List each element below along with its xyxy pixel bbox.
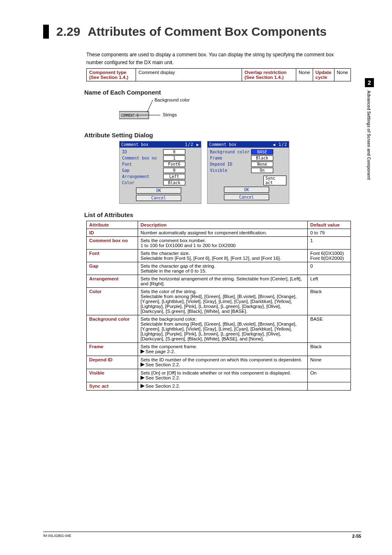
table-row: Comment box noSets the comment box numbe… (87, 237, 351, 250)
attribute-dialog-2: Comment box ◀ 1/2 Background colorBASEFr… (207, 141, 289, 204)
attr-desc-cell: Sets the background color.Selectable fro… (138, 315, 308, 343)
intro-paragraph: These components are used to display a c… (86, 51, 351, 67)
desc-line: Sets the horizontal arrangement of the s… (141, 276, 305, 286)
dialog2-cancel-button[interactable]: Cancel (224, 194, 269, 200)
dialog2-ok-button[interactable]: OK (224, 187, 269, 193)
dialog-field-label: Arrangement (122, 174, 163, 179)
dialog-row: Depend IDNone (210, 162, 286, 167)
attr-default-cell: Font 6(DX1000) Font 8(DX2000) (308, 250, 351, 262)
see-reference: See Section 2.2. (141, 375, 180, 380)
desc-line: Sets the character gap of the string. (141, 264, 305, 268)
attr-desc-cell: Sets the horizontal arrangement of the s… (138, 275, 308, 288)
desc-line: 1 to 100 for DX1000 and 1 to 200 for DX2… (141, 243, 305, 248)
overlap-restriction-label: Overlap restriction (244, 70, 286, 75)
dialog-field-value[interactable]: Font6 (163, 162, 185, 167)
attr-default-cell: None (308, 356, 351, 369)
attr-desc-cell: Sets the comment box number.1 to 100 for… (138, 237, 308, 250)
dialog-field-label: ID (122, 150, 163, 154)
dialog2-sync-act-button[interactable]: Sync act (263, 176, 286, 185)
dialog-field-label: Depend ID (210, 162, 251, 166)
attr-name-cell: Font (87, 250, 138, 262)
desc-line: Sets the color of the string. (141, 289, 305, 294)
attr-col-name: Attribute (87, 221, 138, 229)
component-type-see: (See Section 1.4.) (89, 75, 128, 80)
dialog-row: Background colorBASE (210, 149, 286, 155)
table-row: Depend IDSets the ID number of the compo… (87, 356, 351, 369)
side-tab-text: Advanced Settings of Screen and Componen… (367, 90, 371, 180)
desc-line: Sets [On] or [Off] to indicate whether o… (141, 370, 305, 375)
attr-desc-cell: Sets [On] or [Off] to indicate whether o… (138, 369, 308, 382)
attr-name-cell: Arrangement (87, 275, 138, 288)
dialog-field-label: Visible (210, 168, 251, 173)
chapter-badge: 2 (365, 78, 374, 87)
dialog1-cancel-button[interactable]: Cancel (136, 195, 181, 201)
attr-col-desc: Description (138, 221, 308, 229)
desc-line: Selectable from [Font 5], [Font 6], [Fon… (141, 256, 305, 261)
dialog-field-value[interactable]: Left (163, 174, 185, 179)
svg-marker-6 (141, 384, 145, 388)
table-row: Background colorSets the background colo… (87, 315, 351, 343)
attribute-setting-dialog-heading: Attribute Setting Dialog (84, 132, 351, 139)
dialog-field-value[interactable]: BASE (251, 149, 273, 155)
attr-name-cell: Gap (87, 262, 138, 275)
attr-default-cell: Left (308, 275, 351, 288)
attr-name-cell: Background color (87, 315, 138, 343)
table-row: ArrangementSets the horizontal arrangeme… (87, 275, 351, 288)
table-row: FrameSets the component frame.See page 2… (87, 343, 351, 356)
see-reference: See Section 2.2. (141, 384, 180, 388)
name-of-each-component-heading: Name of Each Component (84, 89, 351, 96)
dialog-field-label: Background color (210, 150, 251, 154)
attributes-table: Attribute Description Default value IDNu… (86, 221, 351, 391)
component-type-label: Component type (89, 70, 127, 75)
dialog-field-label: Gap (122, 168, 163, 173)
desc-line: Sets the comment box number. (141, 238, 305, 243)
dialog-row: ColorBlack (122, 180, 198, 185)
desc-line: Sets the component frame. (141, 344, 305, 349)
footer-doc-code: IM 04L41B01-04E (43, 534, 71, 539)
attr-desc-cell: Sets the character gap of the string.Set… (138, 262, 308, 275)
attr-default-cell (308, 382, 351, 391)
dialog2-pager[interactable]: ◀ 1/2 (273, 142, 287, 147)
dialog-field-value[interactable]: 0 (163, 168, 185, 173)
attr-desc-cell: Number automatically assigned for compon… (138, 229, 308, 237)
dialog1-title: Comment box (121, 142, 148, 147)
dialog-field-value[interactable]: Black (251, 155, 273, 161)
dialog-row: ArrangementLeft (122, 174, 198, 179)
dialog-row: FrameBlack (210, 155, 286, 161)
table-row: FontSets the character size.Selectable f… (87, 250, 351, 262)
dialog-field-value[interactable]: None (251, 162, 273, 167)
svg-line-1 (147, 100, 153, 112)
dialog1-pager[interactable]: 1/2 ▶ (185, 142, 199, 147)
attr-name-cell: Comment box no (87, 237, 138, 250)
heading-bar (43, 25, 49, 39)
attr-name-cell: ID (87, 229, 138, 237)
dialog-row: FontFont6 (122, 162, 198, 167)
attr-desc-cell: Sets the character size.Selectable from … (138, 250, 308, 262)
heading-number: 2.29 (56, 25, 80, 39)
dialog-field-label: Color (122, 180, 163, 185)
svg-marker-5 (141, 376, 145, 380)
dialog1-ok-button[interactable]: OK (136, 187, 181, 194)
dialog-field-value[interactable]: 1 (163, 155, 185, 161)
dialog-field-value[interactable]: 0 (163, 149, 185, 155)
see-reference: See Section 2.2. (141, 362, 180, 367)
svg-marker-3 (141, 349, 145, 354)
desc-line: Sets the ID number of the component on w… (141, 357, 305, 362)
dialog-field-value[interactable]: Black (163, 180, 185, 185)
dialog-row: ID0 (122, 149, 198, 155)
dialog-field-value[interactable]: On (251, 168, 273, 173)
attr-name-cell: Depend ID (87, 356, 138, 369)
table-row: GapSets the character gap of the string.… (87, 262, 351, 275)
attr-default-cell: Black (308, 343, 351, 356)
attr-default-cell: Black (308, 288, 351, 315)
attr-desc-cell: Sets the ID number of the component on w… (138, 356, 308, 369)
attr-col-default: Default value (308, 221, 351, 229)
footer-page-number: 2-55 (352, 534, 361, 539)
desc-line: Number automatically assigned for compon… (141, 230, 305, 235)
table-row: Sync actSee Section 2.2. (87, 382, 351, 391)
attr-name-cell: Frame (87, 343, 138, 356)
desc-line: Selectable from among [Red], [Green], [B… (141, 321, 305, 341)
attr-desc-cell: Sets the component frame.See page 2-2. (138, 343, 308, 356)
dialog-field-label: Frame (210, 156, 251, 160)
dialog-row: Comment box 1/2 ▶ ID0Comment box no1Font… (119, 141, 351, 204)
